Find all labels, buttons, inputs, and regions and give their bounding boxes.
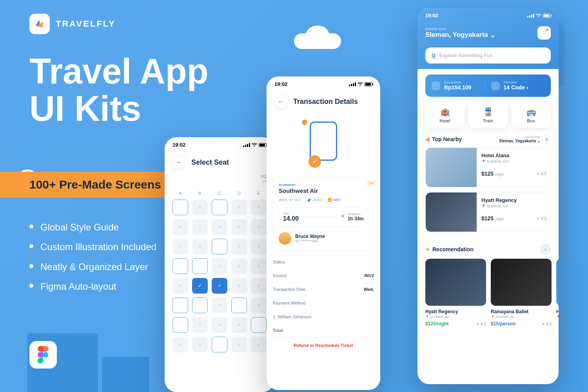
seat[interactable]: × — [231, 317, 247, 333]
detail-row: InvoiceINV2 — [273, 269, 374, 283]
seat[interactable]: × — [231, 200, 247, 215]
recommendation-card[interactable]: H 📍 S — [556, 259, 559, 327]
back-button[interactable]: ← — [172, 156, 186, 169]
balance-label: BALANCE — [444, 81, 471, 84]
gps-button[interactable]: ⊙ — [542, 135, 551, 143]
section-title: Top Nearby — [432, 136, 462, 142]
seat[interactable]: × — [212, 317, 227, 333]
phone-select-seat: 19:02 ← Select Seat HQCT A B C D E ××× ×… — [165, 137, 274, 392]
star-icon: ✦ — [425, 246, 430, 252]
brand: TRAVELFLY — [29, 14, 116, 34]
rating: 4.5 — [476, 322, 486, 326]
seat[interactable] — [251, 317, 267, 333]
seat[interactable]: × — [192, 317, 208, 333]
bullet-item: Custom Illustration Included — [29, 237, 156, 257]
promo-half[interactable]: PROMO14 Code › — [486, 81, 545, 91]
search-input[interactable]: Q Explore Something Fun — [425, 47, 551, 64]
more-button[interactable]: › — [540, 244, 551, 255]
seat[interactable]: × — [251, 200, 267, 215]
train-icon: 🚆 — [472, 107, 505, 116]
signal-icon — [527, 14, 534, 18]
seat[interactable]: × — [231, 337, 247, 352]
rating: 4.5 — [541, 322, 552, 326]
seat[interactable]: × — [212, 298, 227, 313]
wifi: 📶 WIFI — [328, 198, 341, 202]
search-placeholder: Explore Something Fun — [439, 53, 493, 58]
promo-label: PROMO — [504, 81, 528, 84]
seat[interactable]: × — [231, 219, 247, 235]
refund-link[interactable]: Refund or Reschedule Ticket — [267, 338, 380, 353]
flight-date: WED, 27 OCT — [279, 198, 301, 202]
col-label: E — [251, 191, 267, 196]
detail-row: Status — [273, 255, 374, 269]
recommendation-card[interactable]: Ramayana Ballet 📍 SLEMAN, diy $15/person… — [491, 259, 552, 327]
seat[interactable]: × — [251, 219, 267, 235]
seat[interactable]: × — [231, 239, 247, 254]
hotel-card[interactable]: Hyatt Regency 📍 SLEMAN, DIY $125 /night4… — [425, 192, 551, 232]
col-label: D — [231, 191, 247, 196]
hotel-image — [426, 192, 477, 232]
seat[interactable]: × — [212, 219, 227, 235]
seat[interactable]: × — [192, 337, 208, 352]
balance-half[interactable]: BALANCERp154.109 — [432, 81, 486, 91]
category-hotel[interactable]: 🏨Hotel — [425, 102, 465, 128]
seat[interactable]: × — [251, 239, 267, 254]
seat[interactable]: × — [251, 298, 267, 313]
seat[interactable]: × — [172, 278, 188, 294]
seat[interactable]: × — [192, 239, 208, 254]
signal-icon — [349, 82, 356, 86]
seat[interactable]: × — [231, 278, 247, 294]
seat[interactable] — [212, 239, 227, 254]
seat[interactable] — [172, 317, 188, 333]
route-row: TNJ 14.00 TRANSIT 1h 34m — [279, 207, 368, 227]
section-title: Recomendation — [432, 246, 474, 252]
rec-image — [425, 259, 486, 306]
bullet-item: Global Style Guide — [29, 218, 156, 237]
figma-icon — [29, 341, 57, 368]
hotel-card[interactable]: Hotel Alana 📍 SLEMAN, DIY $125 /night4.5 — [425, 147, 551, 187]
balance-value: Rp154.109 — [444, 84, 471, 91]
seat[interactable] — [212, 200, 227, 215]
recommendation-card[interactable]: Hyatt Regency 📍 SLEMAN, diy $125/night4.… — [425, 259, 486, 327]
seat[interactable] — [192, 298, 208, 313]
seat[interactable] — [172, 258, 188, 274]
seat[interactable]: × — [192, 200, 208, 215]
seat[interactable]: × — [172, 219, 188, 235]
seat[interactable] — [231, 298, 247, 313]
seat[interactable]: × — [172, 337, 188, 352]
hero-title: Travel App UI Kits — [29, 53, 209, 127]
seat[interactable] — [212, 337, 227, 352]
location-selector[interactable]: Sleman, Yogyakarta ⌄ — [425, 31, 495, 39]
cloud-decoration — [294, 33, 341, 49]
transaction-illustration: ✓ — [267, 114, 380, 172]
seat-selected[interactable]: ✓ — [192, 278, 208, 294]
seat[interactable]: × — [251, 258, 267, 274]
seat[interactable] — [172, 200, 188, 215]
hotel-location: 📍 SLEMAN, DIY — [481, 204, 546, 208]
category-bus[interactable]: 🚌Bus — [512, 102, 551, 128]
rating: 4.5 — [536, 216, 546, 221]
seat[interactable] — [172, 298, 188, 313]
status-time: 19:02 — [425, 13, 438, 18]
col-label: B — [192, 191, 208, 196]
back-button[interactable]: ← — [274, 95, 288, 108]
wallet-icon — [432, 82, 440, 90]
rec-name: Ramayana Ballet — [491, 309, 552, 314]
category-train[interactable]: 🚆Train — [468, 102, 508, 128]
seat[interactable]: × — [192, 219, 208, 235]
svg-point-0 — [43, 352, 48, 358]
wifi-icon — [252, 143, 257, 147]
seat[interactable] — [192, 258, 208, 274]
seat[interactable]: × — [231, 258, 247, 274]
rec-image — [491, 259, 552, 306]
mail-button[interactable]: ✉ — [537, 26, 551, 40]
seat[interactable]: × — [251, 337, 267, 352]
location-filter[interactable]: LOCATIONSleman, Yogyakarta ⌄ — [499, 135, 540, 143]
seat[interactable]: × — [251, 278, 267, 294]
feature-bullets: Global Style Guide Custom Illustration I… — [29, 218, 156, 297]
bullet-item: Neatly & Organized Layer — [29, 257, 156, 277]
seat[interactable]: × — [212, 258, 227, 274]
seat[interactable]: × — [172, 239, 188, 254]
seat-selected[interactable]: ✓ — [212, 278, 227, 294]
seat-map: A B C D E ××× ××××× ×××× ××× ×✓✓×× ×× ××… — [165, 183, 274, 364]
